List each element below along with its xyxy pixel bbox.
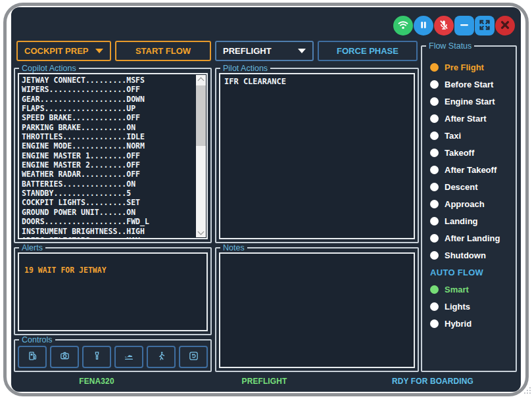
phase-radio-after-landing[interactable]: After Landing <box>422 229 516 246</box>
phase-dropdown[interactable]: PREFLIGHT <box>215 41 314 61</box>
list-item: ENGINE MODE............NORM <box>19 141 206 151</box>
radio-dot-icon <box>430 183 439 191</box>
list-item: GROUND POWER UNIT......ON <box>19 208 206 217</box>
list-item: THROTTLES..............IDLE <box>19 132 206 141</box>
camera-button[interactable] <box>50 346 79 368</box>
pilot-actions-label: Pilot Actions <box>220 64 270 73</box>
close-icon <box>498 18 512 34</box>
flow-dropdown[interactable]: COCKPIT PREP <box>16 41 111 61</box>
scrollbar-thumb[interactable] <box>196 85 206 146</box>
list-item: DOORS..................FWD_L <box>19 217 206 226</box>
radio-dot-icon <box>430 114 439 123</box>
radio-dot-icon <box>430 131 439 140</box>
radio-dot-icon <box>430 166 439 174</box>
mode-radio-smart[interactable]: Smart <box>422 281 516 298</box>
expand-icon <box>477 18 492 34</box>
maximize-button[interactable] <box>475 16 495 35</box>
close-button[interactable] <box>495 16 515 35</box>
phase-radio-approach[interactable]: Approach <box>422 195 516 212</box>
notes-group: Notes <box>215 243 419 372</box>
list-item: SPEED BRAKE............OFF <box>19 113 206 122</box>
pilot-actions-list[interactable]: IFR CLEARANCE <box>219 73 415 239</box>
radio-dot-icon <box>430 234 439 243</box>
flow-dropdown-value: COCKPIT PREP <box>24 46 89 56</box>
radio-dot-icon <box>430 302 439 311</box>
copilot-actions-label: Copilot Actions <box>19 64 79 73</box>
resize-grip[interactable] <box>523 385 531 397</box>
phase-radio-after-start[interactable]: After Start <box>422 110 516 127</box>
flow-status-group: Flow Status Pre Flight Before Start Engi… <box>421 41 517 372</box>
minimize-button[interactable] <box>454 16 474 35</box>
sync-button[interactable] <box>179 346 208 368</box>
scrollbar-down-arrow-icon[interactable] <box>196 227 206 237</box>
alerts-group: Alerts 19 WAIT FOR JETWAY <box>14 243 212 335</box>
pushback-plane-icon <box>123 350 135 364</box>
list-item: IFR CLEARANCE <box>220 74 414 86</box>
radio-dot-icon <box>430 285 439 294</box>
phase-radio-after-takeoff[interactable]: After Takeoff <box>422 161 516 178</box>
radio-dot-icon <box>430 200 439 208</box>
alerts-label: Alerts <box>19 243 45 252</box>
list-item: INSTRUMENT BRIGHTNESS..HIGH <box>19 227 206 236</box>
list-item: WEATHER RADAR..........OFF <box>19 170 206 179</box>
pause-button[interactable] <box>414 16 433 35</box>
list-item: JETWAY CONNECT.........MSFS <box>19 76 206 85</box>
app-window: COCKPIT PREP START FLOW PREFLIGHT FORCE … <box>11 7 521 392</box>
flashlight-icon <box>91 350 103 364</box>
radio-dot-icon <box>430 319 439 328</box>
walking-person-icon <box>156 350 167 364</box>
phase-radio-takeoff[interactable]: Takeoff <box>422 144 516 161</box>
list-item: ENGINE MASTER 2........OFF <box>19 160 206 170</box>
pause-icon <box>416 18 431 34</box>
force-phase-button[interactable]: FORCE PHASE <box>318 41 418 61</box>
pushback-button[interactable] <box>114 346 143 368</box>
scrollbar[interactable] <box>196 75 206 237</box>
alert-item: 19 WAIT FOR JETWAY <box>19 254 206 275</box>
sync-square-icon <box>188 350 199 364</box>
list-item: ENGINE MASTER 1........OFF <box>19 151 206 160</box>
copilot-actions-group: Copilot Actions JETWAY CONNECT.........M… <box>14 64 212 243</box>
walkaround-button[interactable] <box>147 346 176 368</box>
microphone-mute-button[interactable] <box>434 16 454 35</box>
chevron-down-icon <box>95 49 103 53</box>
controls-label: Controls <box>19 335 55 344</box>
mode-radio-lights[interactable]: Lights <box>422 298 516 315</box>
statusbar-phase: PREFLIGHT <box>242 376 287 386</box>
list-item: PARKING BRAKE..........ON <box>19 123 206 132</box>
phase-radio-landing[interactable]: Landing <box>422 212 516 229</box>
phase-radio-taxi[interactable]: Taxi <box>422 127 516 144</box>
radio-dot-icon <box>430 149 439 157</box>
mode-radio-hybrid[interactable]: Hybrid <box>422 315 516 332</box>
radio-dot-icon <box>430 63 439 72</box>
controls-group: Controls <box>14 335 212 372</box>
notes-list[interactable] <box>219 252 415 368</box>
titlebar-button-cluster <box>393 16 515 35</box>
phase-radio-pre-flight[interactable]: Pre Flight <box>422 59 516 76</box>
radio-dot-icon <box>430 251 439 260</box>
flow-status-body: Pre Flight Before Start Engine Start Aft… <box>422 51 516 332</box>
list-item: WIPERS.................OFF <box>19 85 206 94</box>
phase-radio-descent[interactable]: Descent <box>422 178 516 195</box>
statusbar-aircraft: FENA320 <box>79 376 114 386</box>
minus-icon <box>457 18 472 34</box>
phase-radio-shutdown[interactable]: Shutdown <box>422 246 516 264</box>
list-item: FLAPS..................UP <box>19 104 206 113</box>
voice-connection-button[interactable] <box>393 16 413 35</box>
list-item: BATTERIES..............ON <box>19 179 206 189</box>
phase-radio-engine-start[interactable]: Engine Start <box>422 93 516 110</box>
camera-icon <box>59 350 70 364</box>
microphone-muted-icon <box>437 18 451 34</box>
start-flow-button[interactable]: START FLOW <box>115 41 211 61</box>
phase-radio-before-start[interactable]: Before Start <box>422 76 516 93</box>
fuel-pump-icon <box>27 350 38 364</box>
fuel-button[interactable] <box>18 346 47 368</box>
list-item: ADIRS SELECTORS........NAV <box>19 236 206 239</box>
scrollbar-up-arrow-icon[interactable] <box>196 75 206 85</box>
alerts-list[interactable]: 19 WAIT FOR JETWAY <box>18 252 208 331</box>
wifi-icon <box>396 18 410 34</box>
auto-flow-heading: AUTO FLOW <box>422 264 516 281</box>
copilot-actions-list[interactable]: JETWAY CONNECT.........MSFS WIPERS......… <box>18 73 208 239</box>
notes-label: Notes <box>220 243 247 252</box>
flashlight-button[interactable] <box>82 346 111 368</box>
controls-button-row <box>18 346 208 368</box>
